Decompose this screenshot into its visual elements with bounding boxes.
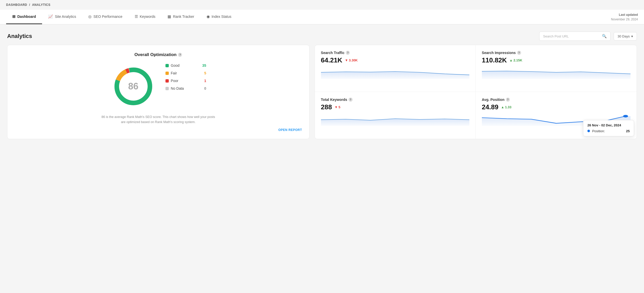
days-filter-label: 30 Days [617, 34, 630, 38]
optimization-legend: Good 35 Fair 5 Poor 1 [165, 63, 206, 90]
avg-position-change: ▲ 1.33 [501, 105, 511, 109]
tab-seo-performance-label: SEO Performance [93, 15, 122, 19]
last-updated-date: November 29, 2024 [611, 18, 638, 21]
search-impressions-change-value: 2.15K [513, 58, 522, 62]
up-arrow-icon-position: ▲ [501, 105, 504, 109]
header-controls: 🔍 30 Days ▾ [539, 32, 637, 41]
last-updated-label: Last updated [619, 13, 638, 17]
search-impressions-sparkline [482, 67, 630, 79]
search-traffic-change: ▼ 3.30K [345, 58, 358, 62]
svg-point-5 [623, 115, 628, 117]
index-status-icon: ◉ [207, 14, 210, 19]
search-impressions-change: ▲ 2.15K [509, 58, 522, 62]
down-arrow-icon-keywords: ▼ [334, 105, 338, 109]
legend-fair: Fair 5 [165, 71, 206, 75]
tabs-bar: ⊞ Dashboard 📈 Site Analytics ◎ SEO Perfo… [0, 10, 644, 24]
breadcrumb-parent[interactable]: DASHBOARD [6, 3, 27, 7]
metric-search-impressions: Search Impressions ? 110.82K ▲ 2.15K [476, 45, 637, 92]
search-url-input[interactable] [543, 34, 600, 38]
search-traffic-sparkline [321, 67, 469, 79]
total-keywords-sparkline [321, 114, 469, 126]
donut-score: 86 [128, 81, 138, 92]
breadcrumb-current: ANALYTICS [32, 3, 50, 7]
search-impressions-help-icon[interactable]: ? [517, 51, 521, 55]
tab-keywords[interactable]: ☰ Keywords [128, 10, 161, 24]
site-analytics-icon: 📈 [48, 14, 53, 19]
search-icon: 🔍 [602, 34, 607, 38]
legend-fair-label: Fair [171, 71, 177, 75]
metric-total-keywords: Total Keywords ? 288 ▼ 5 [315, 92, 476, 139]
tabs-list: ⊞ Dashboard 📈 Site Analytics ◎ SEO Perfo… [6, 10, 238, 24]
legend-no-data-count: 0 [200, 86, 206, 90]
main-content: Overall Optimization ? 86 [0, 45, 644, 146]
search-impressions-label: Search Impressions [482, 51, 516, 55]
tab-site-analytics-label: Site Analytics [55, 15, 76, 19]
legend-fair-count: 5 [200, 71, 206, 75]
total-keywords-change: ▼ 5 [334, 105, 340, 109]
legend-poor-count: 1 [200, 79, 206, 83]
up-arrow-icon-impressions: ▲ [509, 58, 513, 62]
metric-search-traffic: Search Traffic ? 64.21K ▼ 3.30K [315, 45, 476, 92]
search-impressions-value: 110.82K [482, 56, 507, 64]
optimization-card-title: Overall Optimization ? [134, 52, 182, 57]
optimization-title-text: Overall Optimization [134, 52, 176, 57]
tab-keywords-label: Keywords [140, 15, 155, 19]
days-filter-dropdown[interactable]: 30 Days ▾ [614, 32, 637, 41]
tooltip-label: Position: [592, 129, 605, 133]
breadcrumb-separator: / [29, 3, 30, 7]
avg-position-change-value: 1.33 [505, 105, 511, 109]
avg-position-help-icon[interactable]: ? [506, 98, 510, 102]
tooltip-dot [587, 130, 590, 132]
down-arrow-icon: ▼ [345, 58, 348, 62]
legend-poor-label: Poor [171, 79, 178, 83]
legend-good: Good 35 [165, 63, 206, 68]
dashboard-icon: ⊞ [12, 14, 16, 19]
tab-dashboard-label: Dashboard [17, 15, 36, 19]
avg-position-value: 24.89 [482, 103, 498, 111]
rank-tracker-icon: ▦ [168, 14, 171, 19]
tab-seo-performance[interactable]: ◎ SEO Performance [82, 10, 128, 24]
chevron-down-icon: ▾ [631, 34, 633, 38]
tab-rank-tracker-label: Rank Tracker [173, 15, 194, 19]
fair-dot [165, 72, 169, 75]
tab-index-status-label: Index Status [212, 15, 231, 19]
tab-rank-tracker[interactable]: ▦ Rank Tracker [161, 10, 200, 24]
total-keywords-label: Total Keywords [321, 98, 347, 102]
legend-no-data: No Data 0 [165, 86, 206, 90]
metric-avg-position: Avg. Position ? 24.89 ▲ 1.33 [476, 92, 637, 139]
search-url-field[interactable]: 🔍 [539, 32, 611, 41]
tab-index-status[interactable]: ◉ Index Status [200, 10, 238, 24]
optimization-card: Overall Optimization ? 86 [7, 45, 310, 139]
tab-dashboard[interactable]: ⊞ Dashboard [6, 10, 42, 24]
search-traffic-change-value: 3.30K [349, 58, 358, 62]
optimization-description: 86 is the average Rank Math's SEO score.… [100, 114, 217, 125]
total-keywords-help-icon[interactable]: ? [349, 98, 353, 102]
good-dot [165, 64, 169, 67]
tab-site-analytics[interactable]: 📈 Site Analytics [42, 10, 82, 24]
optimization-help-icon[interactable]: ? [178, 53, 182, 57]
metrics-card: Search Traffic ? 64.21K ▼ 3.30K [315, 45, 637, 139]
last-updated: Last updated November 29, 2024 [611, 12, 638, 22]
position-tooltip: 26 Nov - 02 Dec, 2024 Position: 25 [583, 120, 634, 136]
open-report-link[interactable]: OPEN REPORT [278, 128, 302, 132]
total-keywords-value: 288 [321, 103, 332, 111]
tooltip-value: 25 [626, 129, 630, 133]
legend-good-count: 35 [200, 63, 206, 68]
search-traffic-label: Search Traffic [321, 51, 345, 55]
search-traffic-value: 64.21K [321, 56, 342, 64]
search-traffic-help-icon[interactable]: ? [346, 51, 350, 55]
avg-position-label: Avg. Position [482, 98, 505, 102]
chart-legend-row: 86 Good 35 Fair 5 [110, 63, 206, 109]
total-keywords-change-value: 5 [339, 105, 340, 109]
keywords-icon: ☰ [135, 14, 138, 19]
page-header: Analytics 🔍 30 Days ▾ [0, 24, 644, 45]
seo-performance-icon: ◎ [88, 14, 92, 19]
poor-dot [165, 79, 169, 83]
donut-chart: 86 [110, 63, 156, 109]
breadcrumb: DASHBOARD / ANALYTICS [0, 0, 644, 10]
no-data-dot [165, 87, 169, 90]
legend-good-label: Good [171, 63, 179, 68]
page-title: Analytics [7, 33, 32, 39]
legend-poor: Poor 1 [165, 79, 206, 83]
legend-no-data-label: No Data [171, 86, 184, 90]
